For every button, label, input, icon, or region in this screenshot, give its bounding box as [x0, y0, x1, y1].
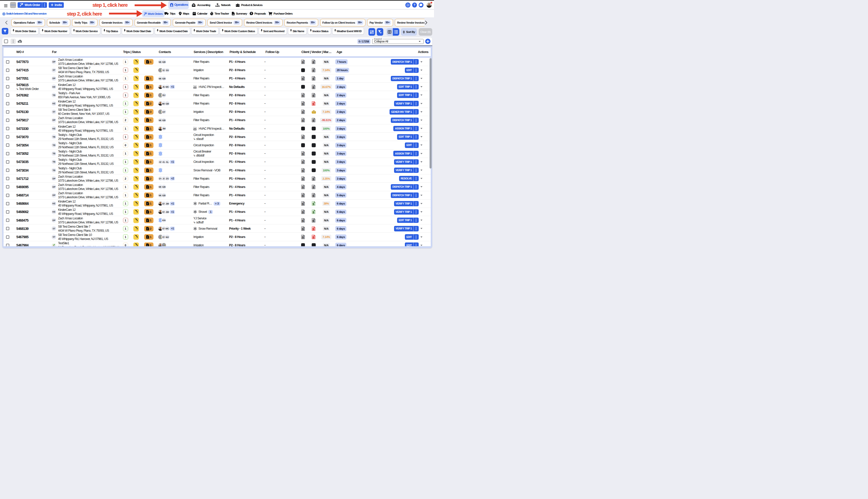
svg-text:$: $: [302, 219, 303, 222]
svg-text:$: $: [313, 236, 314, 239]
svg-text:!: !: [147, 194, 148, 197]
svg-text:$: $: [313, 194, 314, 197]
svg-text:$: $: [313, 178, 314, 181]
svg-text:$: $: [302, 186, 303, 189]
svg-text:$: $: [313, 95, 314, 97]
svg-text:$: $: [302, 95, 303, 97]
svg-text:!: !: [147, 219, 148, 222]
svg-text:!: !: [147, 169, 148, 172]
svg-text:$: $: [302, 228, 303, 231]
svg-text:$: $: [302, 119, 303, 122]
svg-text:$: $: [313, 86, 314, 89]
svg-text:$: $: [302, 61, 303, 64]
svg-text:!: !: [147, 111, 148, 113]
svg-text:$: $: [313, 186, 314, 189]
svg-text:!: !: [147, 119, 148, 122]
svg-text:$: $: [302, 194, 303, 197]
svg-text:!: !: [147, 211, 148, 214]
svg-text:!: !: [147, 228, 148, 230]
svg-text:$: $: [313, 78, 314, 81]
svg-text:!: !: [147, 61, 148, 63]
svg-text:!: !: [147, 161, 148, 163]
svg-text:!: !: [147, 136, 148, 138]
svg-text:$: $: [313, 219, 314, 222]
svg-text:!: !: [147, 127, 148, 130]
svg-text:$: $: [302, 136, 303, 139]
svg-text:!: !: [147, 236, 148, 239]
svg-text:$: $: [302, 153, 303, 156]
svg-text:$: $: [313, 61, 314, 64]
svg-text:!: !: [147, 244, 148, 246]
svg-text:$: $: [302, 111, 303, 114]
svg-text:!: !: [147, 178, 148, 180]
svg-text:!: !: [147, 144, 148, 147]
svg-text:$: $: [193, 4, 195, 6]
svg-text:!: !: [147, 102, 148, 105]
svg-text:!: !: [147, 153, 148, 155]
svg-text:$: $: [313, 119, 314, 122]
svg-text:!: !: [147, 94, 148, 97]
svg-text:$: $: [313, 228, 314, 231]
svg-text:!: !: [147, 186, 148, 188]
svg-text:!: !: [147, 86, 148, 88]
svg-text:$: $: [251, 12, 252, 15]
svg-text:$: $: [313, 69, 314, 72]
svg-text:$: $: [302, 211, 303, 214]
svg-text:$: $: [302, 169, 303, 172]
svg-text:$: $: [302, 236, 303, 239]
svg-text:$: $: [302, 203, 303, 206]
svg-text:$: $: [313, 211, 314, 214]
svg-text:!: !: [147, 78, 148, 80]
svg-text:$: $: [313, 203, 314, 206]
svg-text:$: $: [302, 178, 303, 181]
svg-text:$: $: [302, 161, 303, 164]
svg-text:$: $: [302, 103, 303, 106]
svg-text:$: $: [302, 78, 303, 81]
svg-text:$: $: [313, 103, 314, 106]
svg-text:!: !: [147, 203, 148, 205]
